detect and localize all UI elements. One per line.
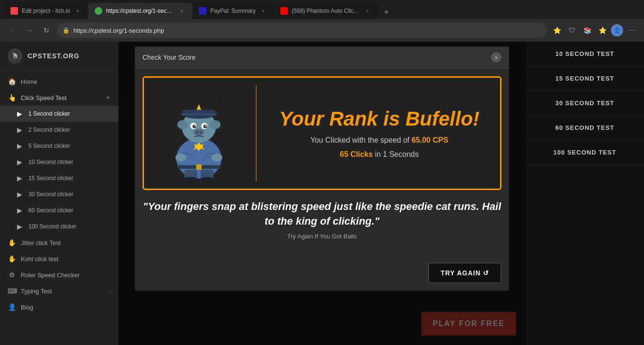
svg-point-10 <box>194 129 205 136</box>
cursor-icon-60sec: ▶ <box>15 207 24 214</box>
svg-rect-17 <box>196 164 201 170</box>
cursor-icon-5sec: ▶ <box>15 142 24 150</box>
sidebar: 🖱 CPSTEST.ORG 🏠 Home 👆 Click Speed Test … <box>0 42 118 345</box>
tab-close-paypal[interactable]: × <box>259 7 267 15</box>
reload-button[interactable]: ↻ <box>40 24 53 37</box>
cursor-icon-15sec: ▶ <box>15 174 24 182</box>
collections-icon[interactable]: 📚 <box>581 24 594 37</box>
tab-cpstest[interactable]: https://cpstest.org/1-seconds.ph × <box>88 3 192 19</box>
sidebar-section: 🏠 Home 👆 Click Speed Test ▼ ▶ 1 Second c… <box>0 71 118 318</box>
click-icon: 👆 <box>8 94 16 101</box>
svg-point-8 <box>194 125 196 127</box>
svg-point-12 <box>199 131 202 134</box>
brand: 🖱 CPSTEST.ORG <box>0 42 118 71</box>
hand-icon-jitter: ✋ <box>8 239 16 246</box>
sidebar-item-2sec[interactable]: ▶ 2 Second clicker <box>0 122 118 138</box>
right-btn-100sec[interactable]: 100 SECOND TEST <box>526 140 644 165</box>
home-icon: 🏠 <box>8 78 16 85</box>
sidebar-item-100sec[interactable]: ▶ 100 Second clicker <box>0 218 118 235</box>
sidebar-item-kohi[interactable]: ✋ Kohi click test <box>0 251 118 267</box>
sidebar-item-60sec[interactable]: ▶ 60 Second clicker <box>0 202 118 218</box>
svg-point-14 <box>175 154 186 162</box>
sidebar-item-roler[interactable]: ⚙ Roler Speed Checker <box>0 267 118 283</box>
keyboard-icon: ⌨ <box>8 287 16 295</box>
gear-icon-roler: ⚙ <box>8 271 16 279</box>
tab-label-itch: Edit project - itch.io <box>22 8 70 14</box>
sidebar-item-home[interactable]: 🏠 Home <box>0 73 118 90</box>
modal-title: Check Your Score <box>143 54 196 61</box>
cursor-icon-100sec: ▶ <box>15 223 24 230</box>
character-image <box>161 86 237 181</box>
cursor-icon-1sec: ▶ <box>15 110 24 118</box>
tab-favicon-cpstest <box>95 7 102 15</box>
back-button[interactable]: ← <box>6 24 19 37</box>
modal-overlay: Check Your Score × <box>118 42 526 345</box>
try-again-button[interactable]: TRY AGAIN ↺ <box>428 263 501 283</box>
tab-favicon-itch <box>10 7 18 15</box>
tab-youtube[interactable]: (568) Phantom Auto Clicker × <box>274 3 378 19</box>
profile-avatar[interactable]: 👤 <box>611 24 623 36</box>
clicks-info: 65 Clicks in 1 Seconds <box>340 150 419 159</box>
sidebar-item-blog[interactable]: 👤 Blog <box>0 299 118 315</box>
cps-value: 65.00 CPS <box>411 136 448 144</box>
browser-tabs: Edit project - itch.io × https://cpstest… <box>0 0 644 19</box>
sidebar-item-5sec[interactable]: ▶ 5 Second clicker <box>0 138 118 154</box>
tab-favicon-youtube <box>280 7 288 15</box>
modal-close-button[interactable]: × <box>491 52 501 63</box>
sidebar-item-clickspeedtest[interactable]: 👆 Click Speed Test ▼ <box>0 90 118 106</box>
score-right: Your Rank is Bufello! You Clicked with t… <box>266 85 492 181</box>
sidebar-item-jitter[interactable]: ✋ Jitter click Test <box>0 235 118 251</box>
quote-section: "Your fingers snap at blistering speed j… <box>143 190 501 245</box>
rank-value: Bufello! <box>405 108 479 130</box>
sidebar-label-10sec: 10 Second clicker <box>28 159 73 165</box>
tab-close-youtube[interactable]: × <box>364 7 371 15</box>
svg-marker-25 <box>197 104 201 109</box>
sidebar-item-typing[interactable]: ⌨ Typing Test ‹ <box>0 283 118 299</box>
svg-rect-24 <box>181 113 217 115</box>
sidebar-item-10sec[interactable]: ▶ 10 Second clicker <box>0 154 118 170</box>
tab-itch[interactable]: Edit project - itch.io × <box>4 3 88 19</box>
tab-paypal[interactable]: PayPal: Summary × <box>192 3 274 19</box>
favorites-icon[interactable]: ⭐ <box>596 24 609 37</box>
bookmark-star-icon[interactable]: ⭐ <box>550 24 564 37</box>
svg-point-11 <box>196 131 198 134</box>
settings-icon[interactable]: ⋯ <box>625 24 638 37</box>
character-area <box>152 85 246 181</box>
right-btn-15sec[interactable]: 15 SECOND TEST <box>526 66 644 91</box>
hand-icon-kohi: ✋ <box>8 255 16 263</box>
quote-sub: Try Again If You Got Balls <box>143 233 501 240</box>
right-btn-60sec[interactable]: 60 SECOND TEST <box>526 116 644 140</box>
sidebar-label-roler: Roler Speed Checker <box>21 272 80 279</box>
browser-chrome: Edit project - itch.io × https://cpstest… <box>0 0 644 42</box>
forward-button[interactable]: → <box>23 24 36 37</box>
sidebar-label-15sec: 15 Second clicker <box>28 175 73 182</box>
modal-header: Check Your Score × <box>135 46 509 69</box>
score-card: Your Rank is Bufello! You Clicked with t… <box>143 76 501 190</box>
browser-bar: ← → ↻ 🔒 https://cpstest.org/1-seconds.ph… <box>0 19 644 42</box>
right-btn-30sec[interactable]: 30 SECOND TEST <box>526 91 644 116</box>
tab-close-itch[interactable]: × <box>74 7 81 15</box>
new-tab-button[interactable]: + <box>380 6 393 19</box>
cursor-icon-30sec: ▶ <box>15 191 24 198</box>
rank-title: Your Rank is Bufello! <box>279 108 479 130</box>
svg-point-9 <box>205 125 206 127</box>
tab-label-paypal: PayPal: Summary <box>210 8 256 14</box>
score-modal: Check Your Score × <box>135 46 509 291</box>
sidebar-label-kohi: Kohi click test <box>21 255 58 263</box>
score-divider <box>256 85 257 181</box>
sidebar-item-15sec[interactable]: ▶ 15 Second clicker <box>0 170 118 186</box>
user-icon-blog: 👤 <box>8 303 16 311</box>
brand-icon: 🖱 <box>8 48 23 64</box>
right-btn-10sec[interactable]: 10 SECOND TEST <box>526 42 644 66</box>
sidebar-label-1sec: 1 Second clicker <box>28 110 70 117</box>
address-bar[interactable]: 🔒 https://cpstest.org/1-seconds.php <box>57 23 546 38</box>
sidebar-item-30sec[interactable]: ▶ 30 Second clicker <box>0 186 118 202</box>
clicks-count: 65 Clicks <box>340 150 373 158</box>
sidebar-label-clickspeedtest: Click Speed Test <box>21 94 67 101</box>
sidebar-item-1sec[interactable]: ▶ 1 Second clicker <box>0 106 118 122</box>
shield-icon[interactable]: 🛡 <box>565 24 579 37</box>
tab-close-cpstest[interactable]: × <box>178 7 186 15</box>
modal-body: Your Rank is Bufello! You Clicked with t… <box>135 69 509 252</box>
tab-label-cpstest: https://cpstest.org/1-seconds.ph <box>106 8 174 14</box>
main-layout: 🖱 CPSTEST.ORG 🏠 Home 👆 Click Speed Test … <box>0 42 644 345</box>
